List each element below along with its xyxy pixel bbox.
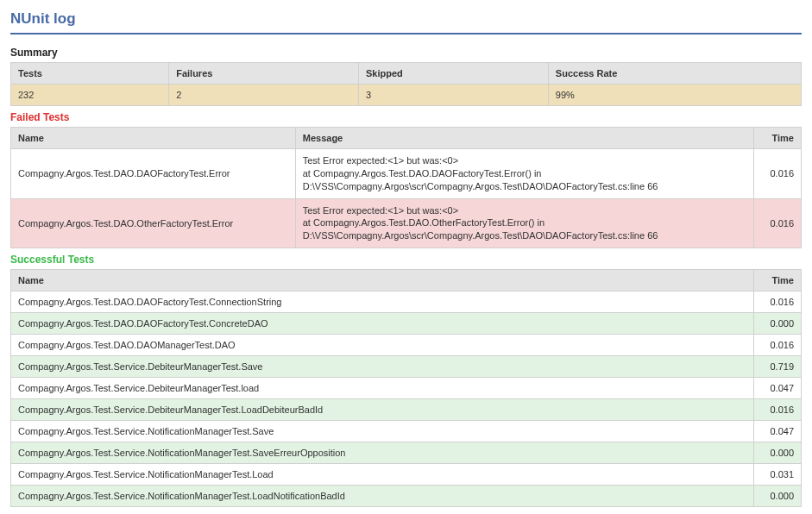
success-time: 0.000 <box>754 313 802 335</box>
summary-th-failures: Failures <box>169 63 359 85</box>
success-time: 0.000 <box>754 442 802 464</box>
success-time: 0.719 <box>754 356 802 378</box>
success-row: Compagny.Argos.Test.Service.DebiteurMana… <box>11 399 802 421</box>
success-name: Compagny.Argos.Test.Service.Notification… <box>11 486 754 507</box>
success-name: Compagny.Argos.Test.DAO.DAOFactoryTest.C… <box>11 291 754 313</box>
success-name: Compagny.Argos.Test.DAO.DAOManagerTest.D… <box>11 335 754 356</box>
success-row: Compagny.Argos.Test.DAO.DAOManagerTest.D… <box>11 335 802 356</box>
success-table: Name Time Compagny.Argos.Test.DAO.DAOFac… <box>10 269 802 507</box>
success-name: Compagny.Argos.Test.Service.DebiteurMana… <box>11 399 754 421</box>
failed-time: 0.016 <box>754 149 802 199</box>
success-time: 0.016 <box>754 335 802 356</box>
success-row: Compagny.Argos.Test.Service.Notification… <box>11 464 802 486</box>
failed-time: 0.016 <box>754 198 802 248</box>
success-time: 0.047 <box>754 378 802 399</box>
success-name: Compagny.Argos.Test.Service.Notification… <box>11 421 754 442</box>
success-time: 0.031 <box>754 464 802 486</box>
success-name: Compagny.Argos.Test.Service.DebiteurMana… <box>11 356 754 378</box>
failed-message: Test Error expected:<1> but was:<0> at C… <box>295 149 753 199</box>
summary-td-failures: 2 <box>169 85 359 106</box>
summary-th-tests: Tests <box>11 63 169 85</box>
failed-row: Compagny.Argos.Test.DAO.DAOFactoryTest.E… <box>11 149 802 199</box>
success-th-time: Time <box>754 270 802 291</box>
failed-th-message: Message <box>295 128 753 149</box>
success-name: Compagny.Argos.Test.Service.DebiteurMana… <box>11 378 754 399</box>
failed-message: Test Error expected:<1> but was:<0> at C… <box>295 198 753 248</box>
failed-th-time: Time <box>754 128 802 149</box>
success-th-name: Name <box>11 270 754 291</box>
success-row: Compagny.Argos.Test.DAO.DAOFactoryTest.C… <box>11 313 802 335</box>
success-name: Compagny.Argos.Test.Service.Notification… <box>11 442 754 464</box>
success-name: Compagny.Argos.Test.Service.Notification… <box>11 464 754 486</box>
success-time: 0.016 <box>754 291 802 313</box>
success-row: Compagny.Argos.Test.Service.DebiteurMana… <box>11 378 802 399</box>
success-row: Compagny.Argos.Test.Service.Notification… <box>11 421 802 442</box>
success-header-row: Name Time <box>11 270 802 291</box>
failed-table: Name Message Time Compagny.Argos.Test.DA… <box>10 127 802 248</box>
failed-name: Compagny.Argos.Test.DAO.DAOFactoryTest.E… <box>11 149 296 199</box>
summary-td-rate: 99% <box>548 85 801 106</box>
failed-heading: Failed Tests <box>10 111 802 123</box>
success-time: 0.016 <box>754 399 802 421</box>
summary-heading: Summary <box>10 47 802 59</box>
success-row: Compagny.Argos.Test.Service.Notification… <box>11 486 802 507</box>
failed-row: Compagny.Argos.Test.DAO.OtherFactoryTest… <box>11 198 802 248</box>
page-title: NUnit log <box>10 10 802 28</box>
success-time: 0.000 <box>754 486 802 507</box>
summary-td-skipped: 3 <box>359 85 549 106</box>
success-heading: Successful Tests <box>10 254 802 266</box>
summary-th-rate: Success Rate <box>548 63 801 85</box>
failed-header-row: Name Message Time <box>11 128 802 149</box>
failed-name: Compagny.Argos.Test.DAO.OtherFactoryTest… <box>11 198 296 248</box>
success-row: Compagny.Argos.Test.Service.Notification… <box>11 442 802 464</box>
success-name: Compagny.Argos.Test.DAO.DAOFactoryTest.C… <box>11 313 754 335</box>
success-row: Compagny.Argos.Test.Service.DebiteurMana… <box>11 356 802 378</box>
success-row: Compagny.Argos.Test.DAO.DAOFactoryTest.C… <box>11 291 802 313</box>
summary-td-tests: 232 <box>11 85 169 106</box>
summary-value-row: 232 2 3 99% <box>11 85 802 106</box>
summary-header-row: Tests Failures Skipped Success Rate <box>11 63 802 85</box>
title-rule <box>10 33 802 34</box>
summary-th-skipped: Skipped <box>359 63 549 85</box>
success-time: 0.047 <box>754 421 802 442</box>
summary-table: Tests Failures Skipped Success Rate 232 … <box>10 62 802 106</box>
failed-th-name: Name <box>11 128 296 149</box>
